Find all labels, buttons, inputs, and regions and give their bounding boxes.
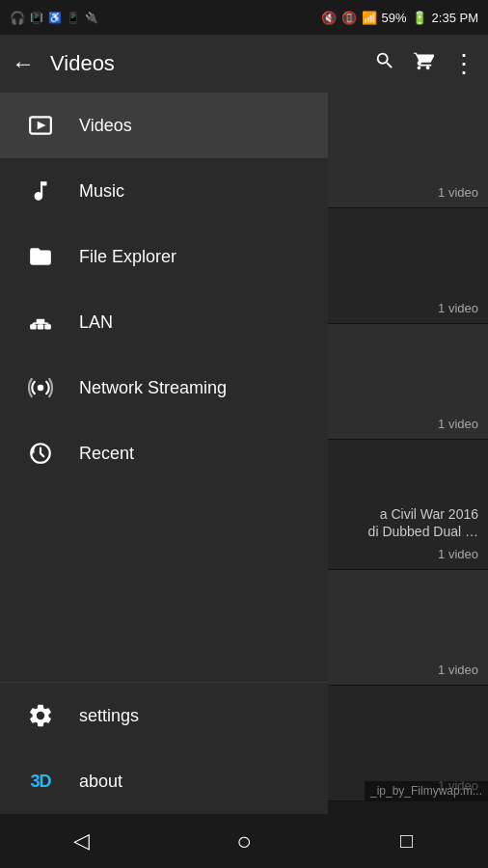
- sidebar-lan-label: LAN: [79, 312, 113, 333]
- no-signal-icon: 📵: [341, 11, 357, 25]
- about-label: about: [79, 772, 122, 792]
- sidebar-item-music[interactable]: Music: [0, 158, 328, 224]
- sidebar-item-network-streaming[interactable]: Network Streaming: [0, 355, 328, 420]
- nav-back-button[interactable]: ◁: [52, 814, 110, 868]
- nav-back-icon: ◁: [73, 828, 90, 854]
- vibrate-icon: 📳: [30, 12, 43, 24]
- sidebar-nav: Videos Music File Explorer: [0, 93, 328, 682]
- sidebar-networkstreaming-label: Network Streaming: [79, 378, 227, 398]
- settings-label: settings: [79, 706, 139, 726]
- video-icon: [19, 113, 62, 138]
- toolbar-actions: ⋮: [374, 50, 476, 77]
- svg-rect-3: [38, 324, 44, 329]
- headphone-icon: 🎧: [10, 11, 25, 25]
- folder-icon: [19, 244, 62, 269]
- nav-home-button[interactable]: ○: [215, 814, 273, 868]
- sidebar-fileexplorer-label: File Explorer: [79, 247, 176, 267]
- item-count-3: 1 video: [438, 417, 478, 431]
- status-icons-right: 🔇 📵 📶 59% 🔋 2:35 PM: [321, 11, 478, 25]
- status-bar: 🎧 📳 ♿ 📱 🔌 🔇 📵 📶 59% 🔋 2:35 PM: [0, 0, 488, 35]
- battery-text: 59%: [382, 11, 407, 25]
- phone-icon: 📱: [67, 12, 80, 24]
- signal-icon: 📶: [362, 11, 377, 25]
- toolbar: ← Videos ⋮: [0, 35, 488, 93]
- sidebar-item-recent[interactable]: Recent: [0, 420, 328, 486]
- sidebar-item-about[interactable]: 3D about: [0, 748, 328, 814]
- battery-icon: 🔋: [412, 11, 427, 25]
- mute-icon: 🔇: [321, 11, 337, 25]
- sidebar: Videos Music File Explorer: [0, 93, 328, 814]
- svg-point-10: [38, 385, 44, 392]
- lan-icon: [19, 310, 62, 335]
- nav-recent-button[interactable]: □: [378, 814, 436, 868]
- back-button[interactable]: ←: [12, 50, 35, 77]
- sidebar-item-settings[interactable]: settings: [0, 683, 328, 748]
- svg-marker-1: [38, 122, 46, 130]
- item-count-4: 1 video: [438, 547, 478, 561]
- sidebar-item-lan[interactable]: LAN: [0, 289, 328, 355]
- search-button[interactable]: [374, 50, 395, 77]
- time-display: 2:35 PM: [432, 11, 478, 25]
- nav-recent-icon: □: [400, 828, 413, 854]
- nav-home-icon: ○: [236, 827, 252, 856]
- sidebar-item-videos[interactable]: Videos: [0, 93, 328, 158]
- watermark-text: _ip_by_Filmywap.m...: [365, 781, 488, 800]
- status-icons-left: 🎧 📳 ♿ 📱 🔌: [10, 11, 98, 25]
- nav-bar: ◁ ○ □: [0, 814, 488, 868]
- sidebar-videos-label: Videos: [79, 116, 132, 136]
- sidebar-bottom: settings 3D about: [0, 682, 328, 814]
- main-layout: 1 video 1 video 1 video a Civil War 2016…: [0, 93, 488, 814]
- gear-icon: [19, 702, 62, 729]
- civil-war-text: a Civil War 2016di Dubbed Dual …: [368, 505, 478, 540]
- cart-button[interactable]: [413, 50, 434, 77]
- 3d-icon: 3D: [19, 772, 62, 792]
- item-count-5: 1 video: [438, 663, 478, 677]
- recent-icon: [19, 441, 62, 466]
- toolbar-title: Videos: [50, 51, 374, 76]
- sidebar-recent-label: Recent: [79, 444, 134, 464]
- music-icon: [19, 178, 62, 203]
- item-count-2: 1 video: [438, 301, 478, 315]
- network-streaming-icon: [19, 375, 62, 400]
- usb-icon: 🔌: [85, 12, 98, 24]
- accessibility-icon: ♿: [48, 12, 62, 24]
- item-count-1: 1 video: [438, 185, 478, 200]
- sidebar-item-file-explorer[interactable]: File Explorer: [0, 224, 328, 289]
- more-button[interactable]: ⋮: [451, 51, 476, 76]
- sidebar-music-label: Music: [79, 181, 124, 202]
